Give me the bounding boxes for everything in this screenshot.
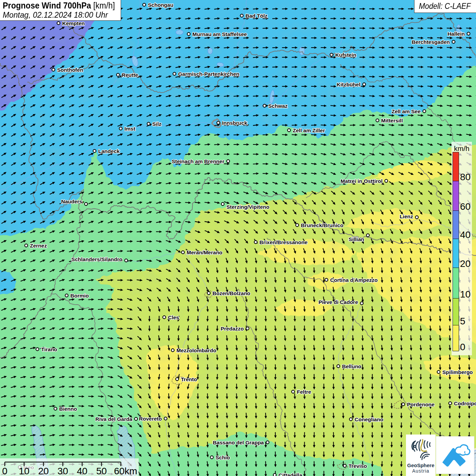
city-label: Conegliano [355, 417, 383, 422]
page-title: Prognose Wind 700hPa [km/h] [3, 1, 109, 10]
legend: km/h 806040201050 [452, 142, 472, 355]
scale-label-0: 0 [2, 466, 7, 476]
lake-kochelsee [208, 48, 213, 54]
legend-swatch-60 [453, 181, 459, 211]
city-bruneck-brunico: Bruneck/Brunico [296, 222, 343, 228]
city-label: Brixen/Bressanone [259, 239, 308, 245]
city-marker [187, 33, 190, 36]
scale-label-30: 30 [57, 466, 68, 476]
scale-label-60km: 60km [114, 466, 137, 476]
date-label: Montag, 02.12.2024 18:00 Uhr [3, 10, 115, 19]
city-label: Sillian [348, 236, 364, 242]
city-marker [296, 224, 299, 227]
legend-unit-label: km/h [452, 144, 472, 153]
city-label: Bad Tölz [245, 13, 268, 19]
mountain-cloud-icon [436, 437, 474, 474]
city-marker [171, 349, 174, 352]
city-marker [363, 83, 366, 86]
city-marker [176, 378, 179, 381]
city-label: Predazzo [221, 326, 244, 332]
city-marker [135, 418, 138, 421]
city-marker [246, 327, 249, 330]
city-spilimbergo: Spilimbergo [437, 369, 473, 375]
city-marker [85, 203, 88, 206]
city-label: Innsbruck [222, 120, 247, 126]
city-pordenone: Pordenone [402, 402, 435, 407]
city-label: Murnau am Staffelsee [192, 31, 247, 37]
city-label: Belluno [342, 363, 361, 369]
scale-label-10: 10 [19, 466, 29, 476]
city-label: Sterzing/Vipiteno [226, 204, 269, 210]
city-marker [147, 122, 150, 125]
scale-label-20: 20 [38, 466, 49, 476]
scale-label-40: 40 [77, 466, 87, 476]
city-mezzolombardo: Mezzolombardo [171, 347, 216, 353]
city-label: Meran/Merano [187, 250, 222, 255]
city-garmisch-partenkirchen: Garmisch-Partenkirchen [173, 71, 239, 77]
scale-label-50: 50 [96, 466, 107, 476]
city-label: Feltre [297, 389, 311, 395]
city-murnau-am-staffelsee: Murnau am Staffelsee [187, 31, 247, 37]
city-marker [182, 251, 185, 254]
city-zell-am-ziller: Zell am Ziller [288, 128, 325, 133]
city-label: Kempten [62, 20, 85, 26]
legend-tick-label: 40 [460, 230, 471, 240]
city-meran-merano: Meran/Merano [182, 250, 222, 255]
city-label: Mezzolombardo [176, 347, 216, 353]
geosphere-country: Austria [406, 468, 436, 474]
city-marker [164, 417, 167, 420]
city-riva-del-garda: Riva del Garda [95, 416, 137, 422]
city-label: Hallein [447, 31, 465, 37]
city-label: Schlanders/Silandro [71, 256, 122, 262]
city-marker [65, 294, 68, 297]
title-main: Prognose Wind 700hPa [3, 0, 91, 11]
city-label: Silz [152, 121, 162, 127]
legend-tick-label: 20 [460, 259, 471, 269]
city-label: Bozen/Bolzano [213, 290, 250, 296]
city-label: Pordenone [407, 402, 435, 407]
city-conegliano: Conegliano [350, 417, 384, 422]
city-marker [437, 371, 440, 374]
city-label: Pieve di Cadore [319, 299, 358, 305]
city-label: Sonthofen [57, 67, 83, 73]
partner-logo [436, 436, 474, 474]
city-marker [415, 216, 419, 219]
city-label: Treviso [348, 463, 367, 469]
city-matrei-in-osttirol: Matrei in Osttirol [341, 178, 388, 184]
city-label: Bruneck/Brunico [301, 222, 343, 228]
city-marker [54, 407, 57, 410]
city-label: Zernez [30, 243, 47, 249]
geosphere-logo: GeoSphere Austria [406, 435, 436, 476]
legend-tick-label: 5 [460, 317, 465, 326]
city-label: Matrei in Osttirol [341, 178, 382, 184]
city-label: Rovereto [139, 416, 162, 422]
city-marker [93, 150, 96, 153]
city-marker [376, 119, 379, 122]
title-box: Prognose Wind 700hPa [km/h] Montag, 02.1… [0, 0, 121, 21]
city-label: Cles [168, 314, 179, 320]
city-marker [350, 418, 353, 421]
city-label: Bormio [70, 293, 89, 299]
city-label: Reutte [122, 72, 138, 78]
city-label: Imst [124, 126, 135, 132]
city-label: Landeck [98, 148, 120, 154]
city-label: Bassano del Grappa [213, 440, 264, 445]
city-label: Riva del Garda [95, 416, 132, 422]
city-label: Codroipo [454, 401, 476, 406]
model-label-text: Modell: C-LAEF [419, 0, 471, 12]
city-marker [452, 40, 455, 44]
city-label: Bienno [59, 406, 77, 412]
legend-swatch-0 [453, 325, 459, 351]
geosphere-name: GeoSphere [406, 462, 436, 468]
legend-tick-label: 10 [460, 290, 471, 299]
city-marker [173, 72, 176, 75]
scale-bar: 0102030405060km [0, 458, 139, 476]
city-bassano-del-grappa: Bassano del Grappa [213, 440, 269, 445]
wind-map: SchongauBad TölzKemptenMurnau am Staffel… [0, 0, 476, 476]
city-marker [467, 32, 470, 35]
legend-tick-label: 0 [460, 342, 465, 352]
lake-staffelsee [176, 30, 183, 35]
legend-tick-label: 60 [460, 202, 471, 211]
model-label: Modell: C-LAEF [414, 0, 476, 13]
city-marker [207, 292, 210, 295]
